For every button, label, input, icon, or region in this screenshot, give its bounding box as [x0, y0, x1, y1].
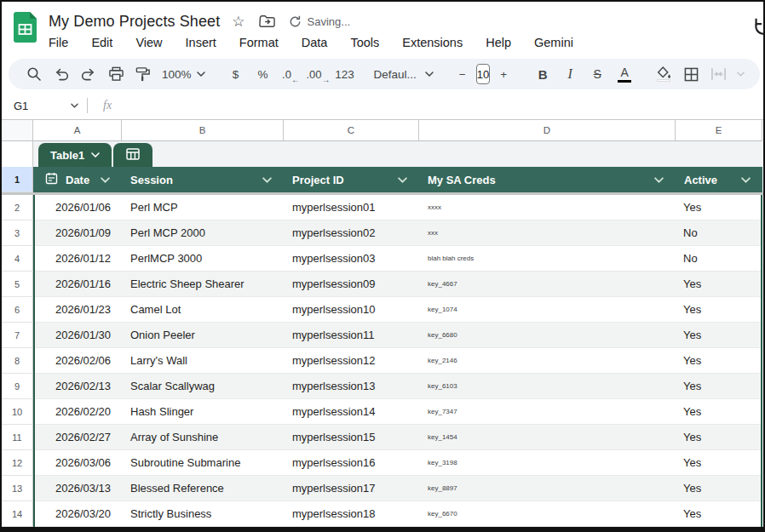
row-number[interactable]: 8 [2, 348, 33, 374]
cell-date[interactable]: 2026/01/23 [33, 297, 122, 323]
column-header-a[interactable]: A [33, 120, 122, 141]
cell-active[interactable]: Yes [676, 348, 762, 374]
row-number[interactable]: 2 [2, 195, 33, 220]
cell-date[interactable]: 2026/03/13 [33, 476, 122, 501]
borders-icon[interactable] [680, 63, 702, 85]
menu-insert[interactable]: Insert [186, 36, 216, 49]
currency-format-button[interactable]: $ [225, 63, 247, 85]
menu-view[interactable]: View [135, 36, 162, 49]
cell-date[interactable]: 2026/02/13 [33, 374, 122, 399]
cell-creds[interactable]: key_6670 [419, 501, 676, 527]
star-icon[interactable]: ☆ [232, 13, 244, 31]
cell-active[interactable]: Yes [676, 374, 762, 399]
row-number[interactable]: 12 [2, 450, 33, 476]
paint-format-icon[interactable] [132, 63, 154, 85]
move-to-folder-icon[interactable] [259, 14, 275, 28]
cell-active[interactable]: No [676, 246, 762, 272]
menu-edit[interactable]: Edit [91, 36, 112, 49]
cell-active[interactable]: Yes [676, 195, 762, 220]
table-column-header-project-id[interactable]: Project ID [284, 167, 419, 192]
bold-button[interactable]: B [532, 63, 554, 85]
column-header-d[interactable]: D [419, 120, 676, 141]
row-number[interactable]: 1 [2, 167, 33, 192]
decrease-decimal-button[interactable]: .0← [279, 63, 302, 85]
menu-format[interactable]: Format [239, 36, 279, 49]
cell-date[interactable]: 2026/02/27 [33, 425, 122, 450]
menu-file[interactable]: File [49, 36, 68, 49]
cell-creds[interactable]: key_1074 [419, 297, 676, 323]
document-title[interactable]: My Demo Projects Sheet [49, 13, 220, 31]
cell-session[interactable]: Perl MCP 2000 [122, 220, 284, 246]
row-number[interactable]: 6 [2, 297, 33, 323]
print-icon[interactable] [105, 63, 127, 85]
row-number[interactable]: 13 [2, 476, 33, 501]
table-column-header-date[interactable]: Date [33, 167, 122, 192]
menu-help[interactable]: Help [486, 36, 511, 49]
version-history-icon[interactable] [752, 15, 765, 41]
cell-session[interactable]: Electric Sheep Shearer [122, 272, 284, 297]
column-header-b[interactable]: B [122, 120, 284, 141]
cell-date[interactable]: 2026/01/09 [33, 220, 122, 246]
fill-color-button[interactable] [653, 63, 675, 85]
cell-session[interactable]: Array of Sunshine [122, 425, 284, 450]
table-column-header-active[interactable]: Active [676, 167, 762, 192]
column-header-c[interactable]: C [284, 120, 419, 141]
table-name-tab[interactable]: Table1 [38, 143, 112, 167]
cell-active[interactable]: Yes [676, 272, 762, 297]
table-column-header-my-sa-creds[interactable]: My SA Creds [419, 167, 676, 192]
cell-project-id[interactable]: myperlsession14 [284, 399, 419, 425]
column-dropdown-icon[interactable] [654, 177, 664, 183]
cell-active[interactable]: Yes [676, 501, 762, 527]
zoom-select[interactable]: 100% [162, 68, 205, 81]
sync-saving-icon[interactable] [289, 15, 302, 28]
row-number[interactable]: 11 [2, 425, 33, 450]
cell-project-id[interactable]: myperlsession16 [284, 450, 419, 476]
column-dropdown-icon[interactable] [262, 177, 272, 183]
cell-date[interactable]: 2026/03/06 [33, 450, 122, 476]
cell-creds[interactable]: key_7347 [419, 399, 676, 425]
cell-creds[interactable]: xxxx [419, 195, 676, 220]
decrease-font-size-button[interactable]: − [452, 63, 474, 85]
cell-session[interactable]: Onion Peeler [122, 323, 284, 348]
cell-session[interactable]: Larry's Wall [122, 348, 284, 374]
cell-project-id[interactable]: myperlsession09 [284, 272, 419, 297]
cell-session[interactable]: Blessed Reference [122, 476, 284, 501]
cell-project-id[interactable]: myperlsession11 [284, 323, 419, 348]
search-icon[interactable] [23, 63, 45, 85]
cell-active[interactable]: Yes [676, 450, 762, 476]
strikethrough-button[interactable]: S [586, 63, 608, 85]
column-header-e[interactable]: E [676, 120, 762, 141]
row-number[interactable]: 7 [2, 323, 33, 348]
cell-creds[interactable]: key_3198 [419, 450, 676, 476]
cell-date[interactable]: 2026/02/20 [33, 399, 122, 425]
menu-gemini[interactable]: Gemini [534, 36, 573, 49]
saving-status[interactable]: Saving... [308, 15, 351, 28]
cell-project-id[interactable]: myperlsession13 [284, 374, 419, 399]
text-color-button[interactable]: A [613, 63, 636, 85]
cell-active[interactable]: Yes [676, 297, 762, 323]
cell-date[interactable]: 2026/03/20 [33, 501, 122, 527]
more-formats-button[interactable]: 123 [334, 63, 356, 85]
row-number[interactable]: 9 [2, 374, 33, 399]
cell-creds[interactable]: key_1454 [419, 425, 676, 450]
cell-project-id[interactable]: myperlsession01 [284, 195, 419, 220]
menu-data[interactable]: Data [302, 36, 328, 49]
row-number[interactable]: 10 [2, 399, 33, 425]
cell-date[interactable]: 2026/01/30 [33, 323, 122, 348]
merge-cells-icon[interactable] [707, 63, 729, 85]
cell-project-id[interactable]: myperlsession18 [284, 501, 419, 527]
cell-creds[interactable]: key_8897 [419, 476, 676, 501]
row-number[interactable]: 5 [2, 272, 33, 297]
cell-project-id[interactable]: myperlsession10 [284, 297, 419, 323]
cell-date[interactable]: 2026/02/06 [33, 348, 122, 374]
cell-active[interactable]: Yes [676, 425, 762, 450]
redo-icon[interactable] [78, 63, 100, 85]
cell-creds[interactable]: blah blah creds [419, 246, 676, 272]
sheets-logo-icon[interactable] [14, 12, 37, 46]
cell-creds[interactable]: key_6680 [419, 323, 676, 348]
undo-icon[interactable] [50, 63, 72, 85]
menu-extensions[interactable]: Extensions [402, 36, 463, 49]
select-all-corner[interactable] [2, 120, 33, 141]
cell-session[interactable]: Scalar Scallywag [122, 374, 284, 399]
name-box[interactable]: G1 [14, 100, 87, 112]
